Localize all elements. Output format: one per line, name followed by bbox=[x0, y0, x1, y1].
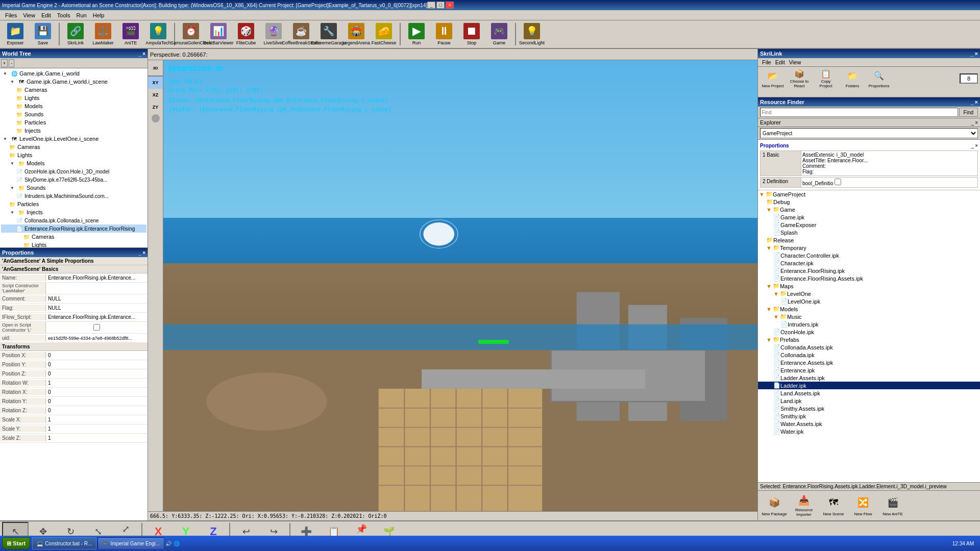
skrilink-view[interactable]: View bbox=[789, 59, 801, 65]
folders-btn[interactable]: 📁 Folders bbox=[840, 67, 865, 90]
res-enterance[interactable]: 📄 Enterance.ipk bbox=[758, 366, 980, 374]
res-char[interactable]: 📄 Character.ipk bbox=[758, 259, 980, 267]
coffee-button[interactable]: ☕ CoffeeBreakStudio bbox=[288, 21, 314, 47]
explorer-minimize[interactable]: _ bbox=[971, 120, 974, 126]
res-debug[interactable]: 📁 Debug bbox=[758, 198, 980, 206]
res-enterance-floor[interactable]: 📄 Enterance.FloorRising.ipk bbox=[758, 267, 980, 274]
task-constructor[interactable]: 💻 Constructor.bat - R... bbox=[32, 537, 96, 549]
rot-y-input[interactable] bbox=[48, 398, 145, 404]
lawmaker-button[interactable]: ⚖️ LawMaker bbox=[90, 21, 116, 47]
viewport-3d[interactable]: PERSPECTIVE: 3D fps: 60.61 Arena Pos: x[… bbox=[163, 60, 757, 511]
prop-value[interactable] bbox=[46, 380, 148, 386]
stop-button[interactable]: ⏹ Stop bbox=[458, 21, 485, 47]
tree-item-lights[interactable]: 📁 Lights bbox=[1, 94, 146, 102]
res-temporary[interactable]: ▼ 📁 Temporary bbox=[758, 244, 980, 252]
res-water[interactable]: 📄 Water.ipk bbox=[758, 428, 980, 435]
props-section-transforms[interactable]: Transforms bbox=[0, 343, 148, 351]
tree-item-l1-particles[interactable]: 📁 Particles bbox=[1, 200, 146, 208]
res-collonada[interactable]: 📄 Collonada.ipk bbox=[758, 351, 980, 359]
samurai-button[interactable]: ⏰ SamuraiGolenClock bbox=[178, 21, 204, 47]
rf-close[interactable]: × bbox=[975, 99, 978, 105]
tree-item-l1-sounds[interactable]: ▼ 📁 Sounds bbox=[1, 184, 146, 192]
anite-button[interactable]: 🎬 AniTE bbox=[117, 21, 144, 47]
view-zy-btn[interactable]: ZY bbox=[148, 101, 163, 113]
pos-x-input[interactable] bbox=[48, 353, 145, 358]
tree-item-ef-cameras[interactable]: 📁 Cameras bbox=[1, 233, 146, 241]
secondlight-button[interactable]: 💡 SecondLight bbox=[519, 21, 545, 47]
prop-value[interactable] bbox=[46, 398, 148, 405]
prop-value[interactable] bbox=[46, 370, 148, 377]
new-anite-btn[interactable]: 🎬 New AniTE bbox=[878, 493, 907, 518]
view-orbit-btn[interactable] bbox=[152, 114, 160, 122]
pos-z-input[interactable] bbox=[48, 371, 145, 377]
new-scene-btn[interactable]: 🗺 New Scene bbox=[819, 493, 848, 518]
minimize-btn[interactable]: _ bbox=[427, 2, 435, 9]
scale-y-input[interactable] bbox=[48, 426, 145, 432]
proportions-number-input[interactable] bbox=[960, 73, 978, 84]
tree-item-ef-lights[interactable]: 📁 Lights bbox=[1, 241, 146, 248]
tree-item-game-scene[interactable]: ▼ 🗺 Game.ipk.Game.i_world.i_scene bbox=[1, 78, 146, 86]
copy-project-btn[interactable]: 📋 Copy Project bbox=[813, 67, 839, 90]
scale-x-input[interactable] bbox=[48, 417, 145, 422]
pause-button[interactable]: ⏸ Pause bbox=[431, 21, 457, 47]
res-ladder-assets[interactable]: 📄 Ladder.Assets.ipk bbox=[758, 374, 980, 382]
res-maps[interactable]: ▼ 📁 Maps bbox=[758, 282, 980, 290]
res-game[interactable]: ▼ 📁 Game bbox=[758, 206, 980, 213]
menu-tools[interactable]: Tools bbox=[54, 11, 74, 19]
res-smithy[interactable]: 📄 Smithy.ipk bbox=[758, 412, 980, 420]
new-flow-btn[interactable]: 🔀 New Flow bbox=[849, 493, 877, 518]
start-button[interactable]: ⊞ Start bbox=[2, 537, 30, 549]
tree-item-game-world[interactable]: ▼ 🌐 Game.ipk.Game.i_world bbox=[1, 69, 146, 78]
res-ladder[interactable]: 📄 Ladder.ipk bbox=[758, 382, 980, 389]
rot-x-input[interactable] bbox=[48, 389, 145, 395]
menu-view[interactable]: View bbox=[20, 11, 38, 19]
tree-item-l1-cameras[interactable]: 📁 Cameras bbox=[1, 143, 146, 151]
res-levelone-ipk[interactable]: 📄 LevelOne.ipk bbox=[758, 297, 980, 305]
res-music[interactable]: ▼ 📁 Music bbox=[758, 313, 980, 320]
tree-item-models[interactable]: 📁 Models bbox=[1, 102, 146, 110]
res-models[interactable]: ▼ 📁 Models bbox=[758, 305, 980, 313]
prop-value[interactable] bbox=[46, 425, 148, 432]
choose-react-btn[interactable]: 📦 Choose to React bbox=[787, 67, 812, 90]
prop-value[interactable] bbox=[46, 416, 148, 423]
ampulatech-button[interactable]: 💡 AmpulaTech bbox=[145, 21, 172, 47]
res-release[interactable]: 📁 Release bbox=[758, 236, 980, 244]
menu-help[interactable]: Help bbox=[90, 11, 108, 19]
world-tree-close[interactable]: × bbox=[142, 51, 145, 57]
explorer-dropdown[interactable]: GameProject bbox=[760, 128, 978, 138]
tree-item-l1-lights[interactable]: 📁 Lights bbox=[1, 151, 146, 159]
skrilink-close[interactable]: × bbox=[975, 51, 978, 57]
tree-item-intruders[interactable]: 📄 Intruders.ipk.MachinimaSound.com... bbox=[1, 192, 146, 200]
tree-item-ozonhole[interactable]: 📄 OzonHole.ipk.Ozon.Hole.i_3D_model bbox=[1, 167, 146, 176]
find-button[interactable]: Find bbox=[959, 108, 978, 117]
prop-minimize[interactable]: _ bbox=[971, 143, 974, 148]
res-gameexposer[interactable]: 📄 GameExposer bbox=[758, 221, 980, 229]
res-levelone[interactable]: ▼ 📁 LevelOne bbox=[758, 290, 980, 297]
find-input[interactable] bbox=[760, 108, 958, 117]
res-intruders[interactable]: 📄 Intruders.ipk bbox=[758, 320, 980, 328]
proportions-btn[interactable]: 🔍 Proportions bbox=[866, 67, 892, 90]
legend-button[interactable]: 🏟️ LegendArena bbox=[343, 21, 370, 47]
skrilink-minimize[interactable]: _ bbox=[970, 51, 973, 57]
skrilink-edit[interactable]: Edit bbox=[775, 59, 785, 65]
tree-expand-all[interactable]: + bbox=[1, 59, 8, 67]
view-3d-btn[interactable]: 3D bbox=[148, 60, 163, 76]
rot-z-input[interactable] bbox=[48, 408, 145, 413]
menu-run[interactable]: Run bbox=[74, 11, 90, 19]
props-section-basics[interactable]: 'AnGameScene' Basics bbox=[0, 265, 148, 273]
resource-importer-btn[interactable]: 📥 Resource Importer bbox=[790, 493, 818, 518]
tree-item-l1-models[interactable]: ▼ 📁 Models bbox=[1, 159, 146, 167]
prop-value[interactable] bbox=[46, 389, 148, 395]
new-project-btn[interactable]: 📂 New Project bbox=[760, 67, 786, 90]
res-land[interactable]: 📄 Land.ipk bbox=[758, 397, 980, 405]
exposer-button[interactable]: 📁 Exposer bbox=[2, 21, 29, 47]
tree-item-sounds[interactable]: 📁 Sounds bbox=[1, 110, 146, 118]
res-ozonhole[interactable]: 📄 OzonHole.ipk bbox=[758, 328, 980, 336]
new-package-btn[interactable]: 📦 New Package bbox=[760, 493, 789, 518]
tree-item-particles[interactable]: 📁 Particles bbox=[1, 118, 146, 127]
props-minimize[interactable]: _ bbox=[139, 250, 142, 256]
tree-item-levelone[interactable]: ▼ 🗺 LevelOne.ipk.LevelOne.i_scene bbox=[1, 135, 146, 143]
res-prefabs[interactable]: ▼ 📁 Prefabs bbox=[758, 336, 980, 343]
explorer-close[interactable]: × bbox=[975, 120, 978, 126]
prop-close[interactable]: × bbox=[975, 143, 978, 148]
